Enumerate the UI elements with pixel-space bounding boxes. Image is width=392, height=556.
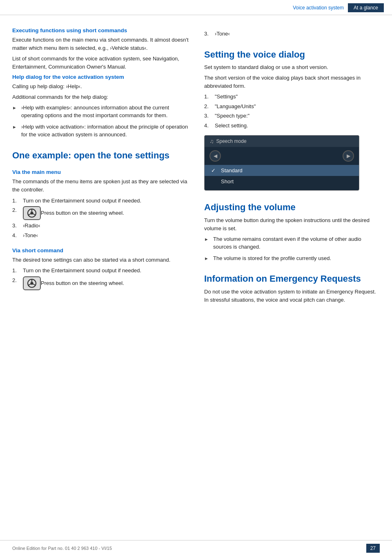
volume-para: Turn the volume button during the spoken…: [204, 216, 380, 233]
speech-mode-standard: ✓ Standard: [205, 165, 359, 176]
via-main-menu-para: The commands of the menu items are spoke…: [12, 178, 192, 194]
section-help-para1: Calling up help dialog: ›Help‹.: [12, 82, 192, 91]
footer-text: Online Edition for Part no. 01 40 2 963 …: [12, 546, 112, 551]
main-menu-steps: 1. Turn on the Entertainment sound outpu…: [12, 197, 192, 240]
voice-dialog-title: Setting the voice dialog: [204, 49, 380, 60]
speech-mode-body: ✓ Standard Short: [205, 163, 359, 190]
volume-title: Adjusting the volume: [204, 202, 380, 213]
section-via-short-command-title: Via short command: [12, 247, 192, 254]
header-section-label: Voice activation system: [289, 3, 348, 12]
check-placeholder: [211, 178, 218, 185]
svg-text:((: ((: [31, 210, 32, 213]
voice-dialog-para1: Set system to standard dialog or use a s…: [204, 63, 380, 71]
section-executing-title: Executing functions using short commands: [12, 27, 192, 33]
voice-step-2: 2. "Language/Units": [204, 102, 380, 111]
volume-bullet-arrow-2: ►: [204, 255, 210, 262]
speech-mode-short-label: Short: [221, 178, 234, 185]
section-voice-dialog: Setting the voice dialog Set system to s…: [204, 49, 380, 191]
section-help-para2: Additional commands for the help dialog:: [12, 93, 192, 101]
svg-text:((: ((: [31, 280, 32, 283]
bullet-item-2: ► ›Help with voice activation‹: informat…: [12, 123, 192, 139]
volume-bullet-2: ► The volume is stored for the profile c…: [204, 254, 380, 262]
main-menu-step-4: 4. ›Tone‹: [12, 231, 192, 240]
step-with-steering-icon: (( Press button on the steering wheel.: [23, 206, 124, 220]
emergency-title: Information on Emergency Requests: [204, 274, 380, 284]
voice-dialog-para2: The short version of the voice dialog pl…: [204, 74, 380, 90]
bullet-arrow-icon-2: ►: [12, 124, 18, 131]
steering-button-icon-2: ((: [23, 276, 41, 290]
voice-step-4: 4. Select setting.: [204, 122, 380, 130]
bullet-item-1: ► ›Help with examples‹: announces inform…: [12, 104, 192, 120]
page-number: 27: [366, 544, 380, 553]
left-column: Executing functions using short commands…: [12, 27, 192, 307]
short-command-step-1: 1. Turn on the Entertainment sound outpu…: [12, 267, 192, 275]
main-menu-step-3: 3. ›Radio‹: [12, 222, 192, 230]
speech-mode-standard-label: Standard: [221, 167, 243, 173]
header-navigation: Voice activation system At a glance: [289, 3, 384, 12]
main-content: Executing functions using short commands…: [0, 15, 392, 315]
voice-step-3: 3. "Speech type:": [204, 112, 380, 120]
section-executing-para1: Execute functions on the main menu via s…: [12, 36, 192, 52]
nav-right-btn: ▶: [343, 150, 354, 162]
section-emergency-requests: Information on Emergency Requests Do not…: [204, 274, 380, 304]
emergency-para: Do not use the voice activation system t…: [204, 288, 380, 304]
nav-left-btn: ◀: [209, 150, 221, 162]
speech-mode-short: Short: [205, 176, 359, 187]
steering-button-icon: ((: [23, 206, 41, 220]
right-column: 3. ›Tone‹ Setting the voice dialog Set s…: [204, 27, 380, 307]
main-menu-step-1: 1. Turn on the Entertainment sound outpu…: [12, 197, 192, 205]
step-with-steering-icon-2: (( Press button on the steering wheel.: [23, 276, 124, 290]
voice-step-1: 1. "Settings": [204, 93, 380, 101]
short-command-steps: 1. Turn on the Entertainment sound outpu…: [12, 267, 192, 290]
section-help-dialog: Help dialog for the voice activation sys…: [12, 74, 192, 139]
volume-bullets: ► The volume remains constant even if th…: [204, 235, 380, 262]
volume-bullet-1: ► The volume remains constant even if th…: [204, 235, 380, 251]
speech-mode-title: Speech mode: [216, 138, 247, 144]
speech-mode-header: ♫ Speech mode: [205, 136, 359, 147]
check-icon: ✓: [211, 167, 218, 173]
section-executing-functions: Executing functions using short commands…: [12, 27, 192, 71]
speech-icon: ♫: [209, 138, 214, 145]
section-executing-para2: List of short commands for the voice act…: [12, 55, 192, 71]
voice-dialog-steps: 1. "Settings" 2. "Language/Units" 3. "Sp…: [204, 93, 380, 129]
main-menu-step-2: 2. (( Press button o: [12, 206, 192, 220]
section-via-main-menu-title: Via the main menu: [12, 169, 192, 175]
section-help-title: Help dialog for the voice activation sys…: [12, 74, 192, 80]
header-tab-label: At a glance: [348, 3, 384, 12]
short-command-step-2: 2. (( Press button o: [12, 276, 192, 290]
right-col-step3: 3. ›Tone‹: [204, 30, 380, 38]
section-one-example: One example: open the tone settings Via …: [12, 150, 192, 290]
page-header: Voice activation system At a glance: [0, 0, 392, 15]
via-short-command-para: The desired tone settings can also be st…: [12, 256, 192, 264]
speech-mode-screenshot: ♫ Speech mode ◀ ▶ ✓ Standard Short: [204, 135, 359, 191]
volume-bullet-arrow-1: ►: [204, 236, 210, 243]
nav-controls: ◀ ▶: [205, 147, 359, 163]
page-footer: Online Edition for Part no. 01 40 2 963 …: [0, 540, 392, 556]
right-step-3: 3. ›Tone‹: [204, 30, 380, 38]
section-example-title: One example: open the tone settings: [12, 150, 192, 161]
help-dialog-bullets: ► ›Help with examples‹: announces inform…: [12, 104, 192, 139]
section-adjusting-volume: Adjusting the volume Turn the volume but…: [204, 202, 380, 262]
bullet-arrow-icon: ►: [12, 105, 18, 111]
